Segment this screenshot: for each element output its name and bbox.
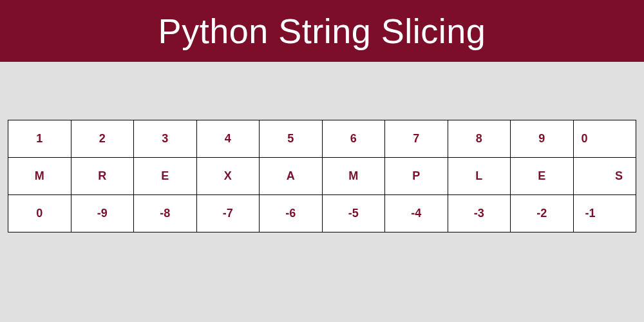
positive-index-cell: 6 bbox=[322, 120, 385, 158]
positive-index-cell: 7 bbox=[385, 120, 448, 158]
slicing-table: 1 2 3 4 5 6 7 8 9 0 M R E X A M P L E S … bbox=[8, 120, 636, 232]
character-cell: E bbox=[134, 158, 197, 195]
character-cell: A bbox=[260, 158, 323, 195]
character-row: M R E X A M P L E S bbox=[8, 158, 636, 195]
negative-index-cell: -4 bbox=[385, 195, 448, 232]
character-cell: R bbox=[71, 158, 134, 195]
positive-index-cell: 2 bbox=[71, 120, 134, 158]
character-cell: S bbox=[573, 158, 636, 195]
character-cell: M bbox=[322, 158, 385, 195]
page-title: Python String Slicing bbox=[158, 11, 486, 51]
negative-index-cell: -8 bbox=[134, 195, 197, 232]
negative-index-cell: -1 bbox=[573, 195, 636, 232]
positive-index-cell: 8 bbox=[448, 120, 511, 158]
character-cell: L bbox=[448, 158, 511, 195]
negative-index-cell: 0 bbox=[8, 195, 71, 232]
negative-index-cell: -9 bbox=[71, 195, 134, 232]
negative-index-cell: -7 bbox=[196, 195, 260, 232]
character-cell: P bbox=[385, 158, 448, 195]
positive-index-cell: 9 bbox=[511, 120, 574, 158]
negative-index-cell: -5 bbox=[322, 195, 385, 232]
positive-index-cell: 1 bbox=[8, 120, 71, 158]
character-cell: X bbox=[196, 158, 260, 195]
negative-index-cell: -2 bbox=[511, 195, 574, 232]
negative-index-cell: -6 bbox=[260, 195, 323, 232]
character-cell: M bbox=[8, 158, 71, 195]
positive-index-row: 1 2 3 4 5 6 7 8 9 0 bbox=[8, 120, 636, 158]
negative-index-row: 0 -9 -8 -7 -6 -5 -4 -3 -2 -1 bbox=[8, 195, 636, 232]
positive-index-cell: 0 bbox=[573, 120, 636, 158]
positive-index-cell: 4 bbox=[196, 120, 260, 158]
negative-index-cell: -3 bbox=[448, 195, 511, 232]
positive-index-cell: 5 bbox=[260, 120, 323, 158]
header-banner: Python String Slicing bbox=[0, 0, 644, 62]
character-cell: E bbox=[511, 158, 574, 195]
positive-index-cell: 3 bbox=[134, 120, 197, 158]
content-area: 1 2 3 4 5 6 7 8 9 0 M R E X A M P L E S … bbox=[0, 62, 644, 232]
